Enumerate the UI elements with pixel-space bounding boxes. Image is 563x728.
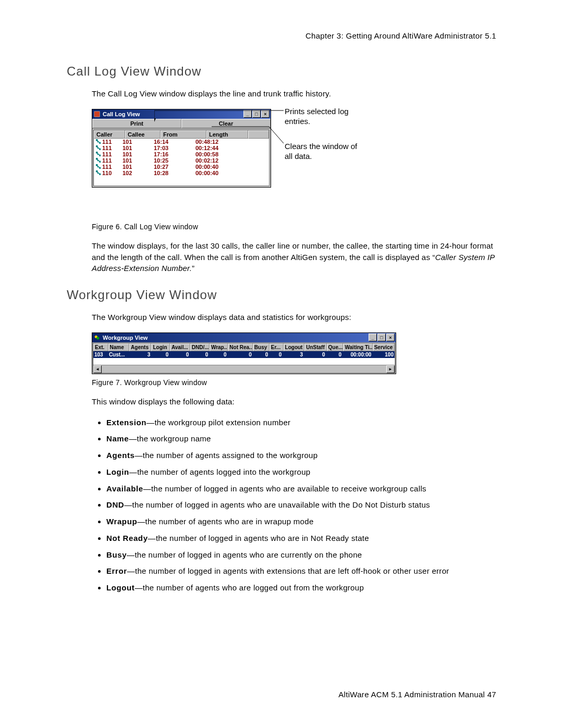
table-row[interactable]: 11110110:2700:00:40 — [94, 164, 269, 170]
callout-print: Prints selected log entries. — [285, 106, 358, 127]
minimize-button[interactable]: _ — [369, 334, 377, 341]
cell: 0 — [190, 351, 209, 358]
list-item: Not Ready—the number of logged in agents… — [106, 533, 496, 544]
app-icon — [93, 110, 101, 118]
scroll-right-icon[interactable]: ► — [386, 365, 395, 373]
chapter-header: Chapter 3: Getting Around AltiWare Admin… — [67, 31, 496, 40]
svg-point-9 — [96, 337, 99, 339]
figure7-caption: Figure 7. Workgroup View window — [92, 378, 496, 387]
svg-rect-0 — [94, 112, 100, 117]
column-header[interactable]: UnStaff — [304, 343, 326, 351]
cell: Cust... — [108, 351, 129, 358]
cell: 0 — [151, 351, 169, 358]
calllog-intro: The Call Log View window displays the li… — [92, 88, 496, 100]
list-item: Login—the number of agents logged into t… — [106, 466, 496, 478]
workgroup-headers: Ext.NameAgentsLoginAvail...DND/...Wrap..… — [93, 343, 395, 351]
list-item: Wrapup—the number of agents who are in w… — [106, 516, 496, 527]
table-row[interactable]: 11010210:2800:00:40 — [94, 170, 269, 176]
cell: 103 — [93, 351, 108, 358]
column-header[interactable]: Logout — [284, 343, 305, 351]
document-page: Chapter 3: Getting Around AltiWare Admin… — [0, 0, 563, 728]
list-item: Agents—the number of agents assigned to … — [106, 450, 496, 461]
bullet-list: Extension—the workgroup pilot extension … — [92, 417, 496, 594]
list-intro: This window displays the following data: — [92, 396, 496, 408]
table-row[interactable]: 11110117:1600:00:58 — [94, 151, 269, 157]
workgroup-intro: The Workgroup View window displays data … — [92, 312, 496, 323]
list-item: Name—the workgroup name — [106, 433, 496, 445]
cell: 0 — [253, 351, 270, 358]
list-item: Extension—the workgroup pilot extension … — [106, 417, 496, 428]
app-icon — [93, 334, 101, 341]
workgroup-scrollbar[interactable]: ◄ ► — [93, 365, 395, 373]
section-title-workgroup: Workgroup View Window — [67, 288, 496, 302]
cell: 0 — [269, 351, 283, 358]
page-footer: AltiWare ACM 5.1 Administration Manual 4… — [338, 690, 496, 699]
cell: 0 — [209, 351, 227, 358]
column-header[interactable]: Service — [373, 343, 395, 351]
column-header[interactable]: Name — [108, 343, 130, 351]
header-caller[interactable]: Caller — [94, 130, 125, 139]
close-button[interactable]: × — [386, 334, 395, 341]
phone-icon — [95, 157, 101, 163]
column-header[interactable]: Avail... — [170, 343, 190, 351]
scroll-left-icon[interactable]: ◄ — [93, 365, 102, 373]
maximize-button[interactable]: □ — [377, 334, 386, 341]
cell: 0 — [228, 351, 253, 358]
list-item: Error—the number of logged in agents wit… — [106, 565, 496, 577]
column-header[interactable]: Busy — [253, 343, 270, 351]
workgroup-row[interactable]: 103Cust...3000000030000:00:00100 — [93, 351, 395, 358]
cell: 00:00:00 — [342, 351, 372, 358]
list-item: Available—the number of logged in agents… — [106, 483, 496, 495]
para-end: ” — [192, 264, 194, 273]
figure6-caption: Figure 6. Call Log View window — [92, 223, 496, 231]
section-title-calllog: Call Log View Window — [67, 64, 496, 79]
phone-icon — [95, 151, 101, 157]
column-header[interactable]: Er... — [270, 343, 284, 351]
list-item: Busy—the number of logged in agents who … — [106, 549, 496, 561]
column-header[interactable]: Que... — [327, 343, 344, 351]
column-header[interactable]: Agents — [129, 343, 151, 351]
cell: 0 — [169, 351, 190, 358]
column-header[interactable]: DND/... — [190, 343, 210, 351]
calllog-figure: Call Log View _ □ × Print Clear Caller C… — [92, 109, 496, 218]
workgroup-body: Ext.NameAgentsLoginAvail...DND/...Wrap..… — [93, 343, 395, 373]
column-header[interactable]: Not Rea... — [228, 343, 253, 351]
cell: 0 — [326, 351, 343, 358]
workgroup-window-title: Workgroup View — [103, 335, 369, 341]
cell: 3 — [283, 351, 304, 358]
list-item: DND—the number of logged in agents who a… — [106, 499, 496, 511]
column-header[interactable]: Ext. — [93, 343, 108, 351]
cell: 0 — [304, 351, 326, 358]
calllog-para: The window displays, for the last 30 cal… — [92, 240, 496, 274]
para-text: The window displays, for the last 30 cal… — [92, 241, 493, 262]
phone-icon — [95, 145, 101, 151]
workgroup-window: Workgroup View _ □ × Ext.NameAgentsLogin… — [92, 332, 396, 374]
cell: 100 — [372, 351, 395, 358]
column-header[interactable]: Waiting Ti... — [343, 343, 372, 351]
phone-icon — [95, 170, 101, 176]
phone-icon — [95, 139, 101, 144]
phone-icon — [95, 164, 101, 169]
cell: 3 — [129, 351, 152, 358]
workgroup-titlebar: Workgroup View _ □ × — [92, 333, 396, 342]
table-row[interactable]: 11110110:2500:02:12 — [94, 157, 269, 164]
column-header[interactable]: Wrap... — [210, 343, 228, 351]
column-header[interactable]: Login — [151, 343, 169, 351]
callout-clear: Clears the window of all data. — [285, 141, 358, 162]
svg-line-7 — [269, 127, 284, 143]
workgroup-figure: Workgroup View _ □ × Ext.NameAgentsLogin… — [92, 332, 496, 374]
svg-marker-3 — [154, 118, 156, 122]
list-item: Logout—the number of agents who are logg… — [106, 582, 496, 594]
